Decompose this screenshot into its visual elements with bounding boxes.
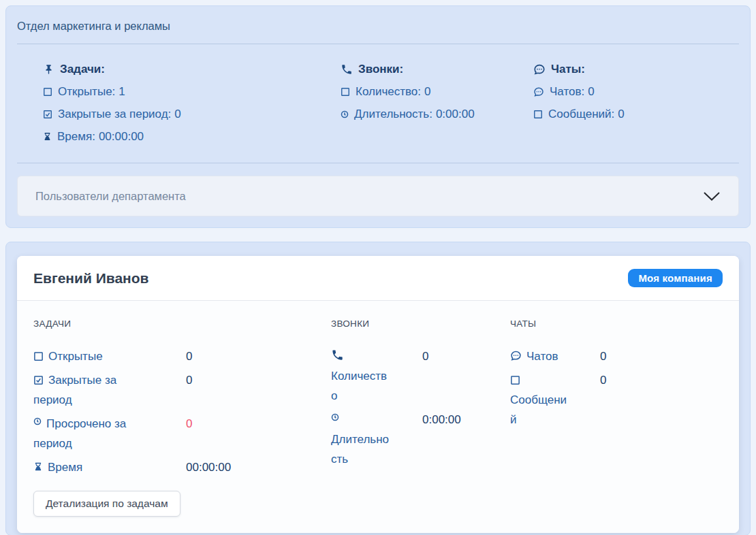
dept-calls-duration: Длительность: 0:00:00 — [341, 103, 533, 125]
dept-chats-count: Чатов: 0 — [533, 80, 739, 103]
card-chats-header: ЧАТЫ — [510, 319, 723, 329]
dept-chats-column: Чаты: Чатов: 0 Сообщений: 0 — [533, 58, 739, 148]
checkbox-empty-icon — [533, 110, 543, 119]
clock-icon — [341, 110, 349, 118]
checkbox-checked-icon — [33, 375, 44, 385]
chat-bubble-icon — [533, 86, 544, 97]
department-users-accordion[interactable]: Пользователи департамента — [17, 176, 739, 216]
dept-tasks-header: Задачи: — [43, 58, 341, 80]
department-title: Отдел маркетинга и рекламы — [17, 20, 739, 33]
card-calls-column: ЗВОНКИ Количество 0 Длительность 0:00:00 — [331, 319, 510, 481]
card-chats-count: Чатов 0 — [510, 346, 723, 366]
dept-calls-column: Звонки: Количество: 0 Длительность: 0:00… — [341, 58, 533, 148]
checkbox-empty-icon — [43, 87, 52, 97]
card-calls-count: Количество 0 — [331, 346, 510, 406]
company-badge: Моя компания — [628, 269, 723, 287]
phone-icon — [341, 63, 353, 76]
dept-tasks-time: Время: 00:00:00 — [43, 125, 341, 148]
user-card-body: ЗАДАЧИ Открытые 0 Закрытые за период 0 П… — [17, 300, 739, 533]
card-tasks-column: ЗАДАЧИ Открытые 0 Закрытые за период 0 П… — [33, 319, 331, 481]
hourglass-icon — [43, 131, 52, 142]
chat-bubble-icon — [533, 63, 546, 76]
hourglass-icon — [33, 461, 43, 472]
card-calls-duration: Длительность 0:00:00 — [331, 410, 510, 469]
checkbox-empty-icon — [33, 351, 44, 361]
dept-tasks-closed: Закрытые за период: 0 — [43, 103, 341, 125]
checkbox-checked-icon — [43, 110, 52, 119]
dept-chats-messages: Сообщений: 0 — [533, 103, 739, 125]
department-panel: Отдел маркетинга и рекламы Задачи: Откры… — [5, 5, 751, 228]
card-tasks-open: Открытые 0 — [33, 346, 331, 366]
card-tasks-header: ЗАДАЧИ — [33, 319, 331, 329]
clock-icon — [33, 417, 42, 425]
user-name: Евгений Иванов — [33, 270, 149, 287]
chevron-down-icon — [703, 191, 721, 201]
phone-icon — [331, 348, 344, 361]
card-tasks-closed: Закрытые за период 0 — [33, 370, 331, 410]
card-calls-header: ЗВОНКИ — [331, 319, 510, 329]
card-chats-column: ЧАТЫ Чатов 0 Сообщений 0 — [510, 319, 723, 481]
checkbox-empty-icon — [510, 375, 520, 385]
dept-calls-header: Звонки: — [341, 58, 533, 80]
dept-chats-header: Чаты: — [533, 58, 739, 80]
clock-icon — [331, 413, 339, 421]
department-stats: Задачи: Открытые: 1 Закрытые за период: … — [43, 58, 739, 148]
dept-tasks-open: Открытые: 1 — [43, 80, 341, 103]
user-card: Евгений Иванов Моя компания ЗАДАЧИ Откры… — [17, 256, 739, 533]
task-details-button[interactable]: Детализация по задачам — [33, 491, 180, 517]
user-panel: Евгений Иванов Моя компания ЗАДАЧИ Откры… — [5, 242, 751, 535]
card-tasks-time: Время 00:00:00 — [33, 457, 331, 477]
pushpin-icon — [43, 63, 54, 76]
card-chats-messages: Сообщений 0 — [510, 370, 723, 429]
card-tasks-overdue: Просрочено за период 0 — [33, 414, 331, 453]
divider — [17, 44, 739, 44]
dept-calls-count: Количество: 0 — [341, 80, 533, 103]
accordion-label: Пользователи департамента — [35, 190, 186, 203]
chat-bubble-icon — [510, 350, 522, 361]
checkbox-empty-icon — [341, 87, 350, 97]
dept-tasks-column: Задачи: Открытые: 1 Закрытые за период: … — [43, 58, 341, 148]
user-card-header: Евгений Иванов Моя компания — [17, 256, 739, 300]
divider — [17, 163, 739, 163]
